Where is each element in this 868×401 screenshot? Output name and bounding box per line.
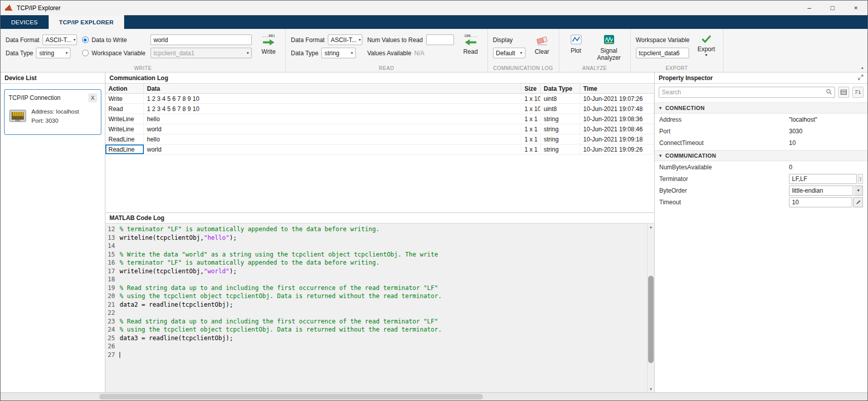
table-cell[interactable]: hello (144, 114, 521, 124)
property-name: Terminator (659, 175, 789, 183)
write-section-label: WRITE (1, 65, 285, 71)
scroll-up-icon[interactable]: ▲ (648, 224, 654, 230)
read-data-format-label: Data Format (291, 37, 325, 44)
data-to-write-input[interactable] (150, 34, 252, 45)
maximize-button[interactable]: □ (821, 1, 844, 15)
dropdown-arrow-icon[interactable]: ▾ (854, 186, 863, 196)
undock-icon[interactable] (858, 75, 863, 82)
data-to-write-radio[interactable] (82, 37, 89, 43)
sort-button[interactable] (852, 87, 863, 98)
section-header-connection[interactable]: ▾CONNECTION (655, 102, 867, 114)
toolstrip-collapse-icon[interactable]: ▴ (861, 65, 863, 70)
table-cell[interactable]: string (541, 144, 580, 154)
table-cell[interactable]: hello (144, 134, 521, 144)
property-search-box[interactable] (659, 87, 835, 98)
table-cell[interactable]: ReadLine (105, 134, 144, 144)
table-row[interactable]: ReadLinehello1 x 1string10-Jun-2021 19:0… (105, 134, 654, 144)
scrollbar-thumb[interactable] (648, 276, 654, 363)
table-row[interactable]: Read1 2 3 4 5 6 7 8 9 101 x 10uint810-Ju… (105, 104, 654, 114)
code-text: writeline(tcpclientObj,"hello"); (120, 234, 237, 242)
property-sections: ▾CONNECTIONAddress"localhost"Port3030Con… (655, 101, 867, 208)
property-value: ▴▾ (789, 174, 863, 184)
communication-log-section-label: COMMUNICATION LOG (488, 65, 559, 71)
table-cell[interactable]: string (541, 124, 580, 134)
write-data-caption: ...001 (262, 34, 275, 38)
column-header-action[interactable]: Action (105, 84, 144, 93)
device-list-title: Device List (1, 72, 105, 84)
table-cell[interactable]: 10-Jun-2021 19:07:48 (580, 104, 654, 114)
workspace-variable-radio[interactable] (82, 50, 89, 56)
table-cell[interactable]: uint8 (541, 94, 580, 103)
table-row[interactable]: Write1 2 3 4 5 6 7 8 9 101 x 10uint810-J… (105, 94, 654, 104)
num-values-input[interactable] (426, 34, 454, 45)
read-button[interactable]: 100... Read (459, 34, 482, 55)
table-cell[interactable]: string (541, 114, 580, 124)
table-cell[interactable]: 10-Jun-2021 19:09:18 (580, 134, 654, 144)
write-data-format-label: Data Format (6, 37, 40, 44)
timeout-input[interactable] (789, 197, 852, 207)
table-cell[interactable]: 1 2 3 4 5 6 7 8 9 10 (144, 94, 521, 103)
minimize-button[interactable]: – (798, 1, 821, 15)
table-cell[interactable]: 1 x 10 (521, 104, 541, 114)
bottom-scrollbar[interactable] (1, 392, 867, 400)
table-cell[interactable]: WriteLine (105, 114, 144, 124)
clear-button[interactable]: Clear (531, 34, 554, 55)
table-cell[interactable]: 1 2 3 4 5 6 7 8 9 10 (144, 104, 521, 114)
column-header-data[interactable]: Data (144, 84, 521, 93)
table-cell[interactable]: Write (105, 94, 144, 103)
export-workspace-variable-input[interactable] (636, 48, 689, 58)
property-row-address: Address"localhost" (655, 114, 867, 125)
column-header-size[interactable]: Size (521, 84, 541, 93)
table-cell[interactable]: 1 x 1 (521, 144, 541, 154)
scroll-down-icon[interactable]: ▼ (648, 386, 654, 392)
horizontal-scrollbar-thumb[interactable] (99, 394, 483, 399)
table-cell[interactable]: 10-Jun-2021 19:07:26 (580, 94, 654, 103)
tab-devices[interactable]: DEVICES (1, 15, 49, 29)
display-dropdown[interactable]: Default ▾ (493, 48, 525, 58)
write-data-format-dropdown[interactable]: ASCII-T... ▾ (43, 34, 77, 45)
table-cell[interactable]: Read (105, 104, 144, 114)
table-cell[interactable]: 10-Jun-2021 19:08:46 (580, 124, 654, 134)
property-row-connecttimeout: ConnectTimeout10 (655, 137, 867, 149)
table-cell[interactable]: uint8 (541, 104, 580, 114)
export-button[interactable]: Export ▾ (695, 34, 718, 57)
property-row-byteorder: ByteOrderlittle-endian▾ (655, 185, 867, 196)
column-header-data-type[interactable]: Data Type (541, 84, 580, 93)
table-cell[interactable]: ReadLine (105, 144, 144, 154)
read-data-format-dropdown[interactable]: ASCII-T... ▾ (328, 34, 362, 45)
tab-tcpip-explorer[interactable]: TCP/IP EXPLORER (49, 15, 125, 29)
table-cell[interactable]: world (144, 144, 521, 154)
edit-button[interactable] (853, 197, 863, 207)
write-button[interactable]: ...001 Write (257, 34, 280, 55)
code-lines[interactable]: 12% terminator "LF" is automatically app… (105, 224, 647, 392)
table-cell[interactable]: 1 x 1 (521, 114, 541, 124)
table-cell[interactable]: 1 x 1 (521, 124, 541, 134)
signal-analyzer-button[interactable]: Signal Analyzer (593, 34, 625, 62)
table-row[interactable]: WriteLineworld1 x 1string10-Jun-2021 19:… (105, 124, 654, 134)
column-header-time[interactable]: Time (580, 84, 654, 93)
table-cell[interactable]: string (541, 134, 580, 144)
table-cell[interactable]: 10-Jun-2021 19:08:36 (580, 114, 654, 124)
code-vertical-scrollbar[interactable]: ▲ ▼ (647, 224, 654, 392)
table-cell[interactable]: 1 x 10 (521, 94, 541, 103)
terminator-input[interactable] (789, 174, 857, 184)
section-header-communication[interactable]: ▾COMMUNICATION (655, 150, 867, 161)
stepper[interactable]: ▴▾ (858, 174, 863, 184)
group-view-button[interactable] (838, 87, 849, 98)
table-cell[interactable]: world (144, 124, 521, 134)
table-cell[interactable]: WriteLine (105, 124, 144, 134)
table-cell[interactable]: 1 x 1 (521, 134, 541, 144)
close-button[interactable]: × (844, 1, 867, 15)
table-row[interactable]: ReadLineworld1 x 1string10-Jun-2021 19:0… (105, 144, 654, 155)
device-close-button[interactable]: X (88, 93, 97, 102)
read-data-type-dropdown[interactable]: string ▾ (321, 48, 356, 58)
table-row[interactable]: WriteLinehello1 x 1string10-Jun-2021 19:… (105, 114, 654, 124)
code-text: % terminator "LF" is automatically appen… (120, 259, 380, 267)
write-workspace-variable-dropdown[interactable]: tcpclient_data1 ▾ (150, 48, 252, 58)
device-card-tcpip-connection[interactable]: TCP/IP Connection X Address: localhost P… (4, 89, 101, 135)
plot-button[interactable]: Plot (564, 34, 588, 54)
table-cell[interactable]: 10-Jun-2021 19:09:26 (580, 144, 654, 154)
write-data-type-dropdown[interactable]: string ▾ (36, 48, 70, 58)
byteorder-dropdown[interactable]: little-endian (789, 186, 853, 196)
property-search-input[interactable] (662, 89, 824, 96)
